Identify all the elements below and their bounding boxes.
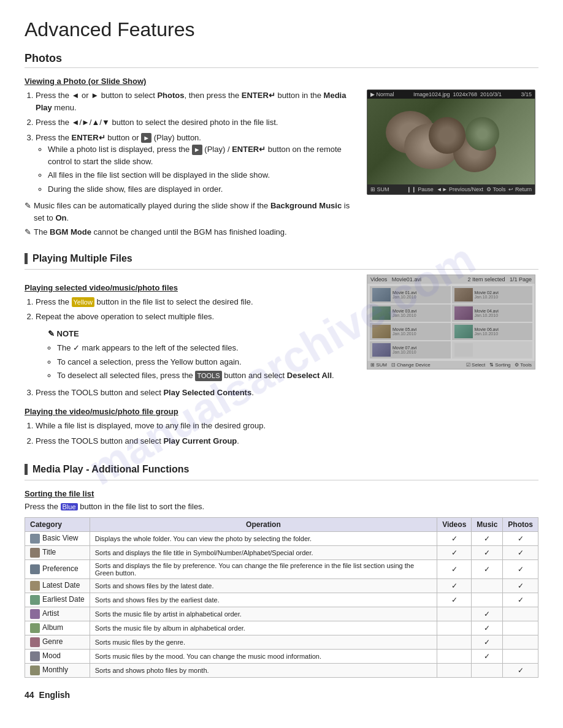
photos-substep-2: All files in the file list section will …: [48, 169, 354, 181]
operation-cell: Sorts the music file by album in alphabe…: [90, 621, 437, 635]
photos-cell: ✓: [503, 664, 538, 678]
group-steps: While a file list is displayed, move to …: [36, 420, 354, 447]
operation-cell: Sorts and shows files by the earliest da…: [90, 593, 437, 607]
table-row: MonthlySorts and shows photo files by mo…: [25, 664, 538, 678]
photos-cell: ✓: [503, 593, 538, 607]
photos-step-2: Press the ◄/►/▲/▼ button to select the d…: [36, 116, 354, 129]
note-bullets: The ✓ mark appears to the left of the se…: [57, 342, 354, 382]
screenshot-top-bar: ▶ Normal Image1024.jpg 1024x768 2010/3/1…: [367, 90, 535, 99]
selected-step-3: Press the TOOLS button and select Play S…: [36, 387, 354, 399]
playing-section-bar: Playing Multiple Files: [25, 253, 538, 264]
music-cell: ✓: [472, 532, 503, 546]
category-cell: Artist: [25, 607, 90, 621]
photos-note-1: ✎ Music files can be automatically playe…: [25, 200, 354, 224]
operation-cell: Sorts music files by the genre.: [90, 635, 437, 650]
videos-cell: ✓: [437, 532, 472, 546]
col-photos: Photos: [503, 518, 538, 532]
note-icon-2: ✎: [25, 226, 31, 238]
playing-heading: Playing Multiple Files: [33, 253, 538, 264]
playing-top-bar: Videos Movie01.avi 2 Item selected 1/1 P…: [367, 275, 535, 284]
operation-cell: Sorts and displays the file title in Sym…: [90, 546, 437, 560]
file-item-5: Movie 05.aviJan.10.2010: [370, 323, 451, 340]
photos-substep-1: While a photo list is displayed, press t…: [48, 143, 354, 167]
table-row: ArtistSorts the music file by artist in …: [25, 607, 538, 621]
music-cell: ✓: [472, 635, 503, 650]
file-item-2: Movie 02.aviJan.10.2010: [452, 286, 533, 303]
photos-note-2: ✎ The BGM Mode cannot be changed until t…: [25, 226, 354, 238]
photos-steps: Press the ◄ or ► button to select Photos…: [36, 89, 354, 195]
music-cell: ✓: [472, 607, 503, 621]
table-row: TitleSorts and displays the file title i…: [25, 546, 538, 560]
playing-content: Playing selected video/music/photo files…: [25, 275, 538, 452]
table-row: AlbumSorts the music file by album in al…: [25, 621, 538, 635]
photos-content: Press the ◄ or ► button to select Photos…: [25, 89, 538, 241]
operation-cell: Sorts the music file by artist in alphab…: [90, 607, 437, 621]
col-operation: Operation: [90, 518, 437, 532]
photos-step-1: Press the ◄ or ► button to select Photos…: [36, 89, 354, 113]
page-title: Advanced Features: [25, 18, 538, 41]
videos-cell: [437, 650, 472, 664]
note-bullet-1: The ✓ mark appears to the left of the se…: [57, 342, 354, 354]
screenshot-image: [367, 99, 535, 184]
table-row: Earliest DateSorts and shows files by th…: [25, 593, 538, 607]
file-item-1: Movie 01.aviJan.10.2010: [370, 286, 451, 303]
videos-cell: [437, 664, 472, 678]
photos-cell: ✓: [503, 579, 538, 593]
note-header: ✎ NOTE: [48, 328, 354, 340]
playing-screenshot: Videos Movie01.avi 2 Item selected 1/1 P…: [367, 275, 538, 370]
playing-screenshot-box: Videos Movie01.avi 2 Item selected 1/1 P…: [367, 275, 535, 370]
note-bullet-2: To cancel a selection, press the Yellow …: [57, 356, 354, 368]
col-videos: Videos: [437, 518, 472, 532]
col-music: Music: [472, 518, 503, 532]
operation-cell: Sorts music files by the mood. You can c…: [90, 650, 437, 664]
videos-cell: ✓: [437, 546, 472, 560]
selected-files-heading: Playing selected video/music/photo files: [25, 283, 354, 292]
page-number: 44: [25, 690, 34, 700]
photos-screenshot: ▶ Normal Image1024.jpg 1024x768 2010/3/1…: [367, 89, 538, 195]
category-cell: Latest Date: [25, 579, 90, 593]
music-cell: [472, 664, 503, 678]
videos-cell: ✓: [437, 579, 472, 593]
selected-step-1: Press the Yellow button in the file list…: [36, 296, 354, 308]
page-lang: English: [39, 690, 71, 700]
photos-substeps: While a photo list is displayed, press t…: [48, 143, 354, 195]
file-item-6: Movie 06.aviJan.10.2010: [452, 323, 533, 340]
music-cell: ✓: [472, 650, 503, 664]
group-step-2: Press the TOOLS button and select Play C…: [36, 435, 354, 447]
photos-step-3: Press the ENTER↵ button or ► (Play) butt…: [36, 132, 354, 195]
photos-text: Press the ◄ or ► button to select Photos…: [25, 89, 354, 241]
videos-cell: [437, 621, 472, 635]
operation-cell: Sorts and shows files by the latest date…: [90, 579, 437, 593]
photos-cell: ✓: [503, 546, 538, 560]
videos-cell: [437, 607, 472, 621]
photo-screenshot-box: ▶ Normal Image1024.jpg 1024x768 2010/3/1…: [367, 89, 535, 195]
note-block: ✎ NOTE The ✓ mark appears to the left of…: [42, 328, 354, 382]
music-cell: [472, 579, 503, 593]
videos-cell: [437, 635, 472, 650]
category-cell: Earliest Date: [25, 593, 90, 607]
photos-cell: ✓: [503, 560, 538, 579]
category-cell: Genre: [25, 635, 90, 650]
category-cell: Album: [25, 621, 90, 635]
table-row: GenreSorts music files by the genre.✓: [25, 635, 538, 650]
operation-cell: Displays the whole folder. You can view …: [90, 532, 437, 546]
photos-cell: [503, 635, 538, 650]
table-row: PreferenceSorts and displays the file by…: [25, 560, 538, 579]
sorting-intro: Press the Blue button in the file list t…: [25, 502, 538, 511]
note-icon-1: ✎: [25, 200, 31, 224]
group-files-heading: Playing the video/music/photo file group: [25, 407, 354, 416]
photos-cell: ✓: [503, 532, 538, 546]
file-item-3: Movie 03.aviJan.10.2010: [370, 305, 451, 322]
mediaplay-heading: Media Play - Additional Functions: [33, 464, 538, 475]
operation-cell: Sorts and displays the file by preferenc…: [90, 560, 437, 579]
music-cell: ✓: [472, 621, 503, 635]
note-bullet-3: To deselect all selected files, press th…: [57, 370, 354, 382]
file-grid: Movie 01.aviJan.10.2010 Movie 02.aviJan.…: [367, 284, 535, 361]
selected-step-2: Repeat the above operation to select mul…: [36, 311, 354, 382]
photos-substep-3: During the slide show, files are display…: [48, 183, 354, 195]
playing-bottom-bar: ⊞ SUM ⊡ Change Device ☑ Select ⇅ Sorting…: [367, 361, 535, 369]
sort-table: Category Operation Videos Music Photos B…: [25, 517, 538, 678]
operation-cell: Sorts and shows photo files by month.: [90, 664, 437, 678]
playing-section: Playing Multiple Files Playing selected …: [25, 253, 538, 452]
playing-text: Playing selected video/music/photo files…: [25, 275, 354, 452]
